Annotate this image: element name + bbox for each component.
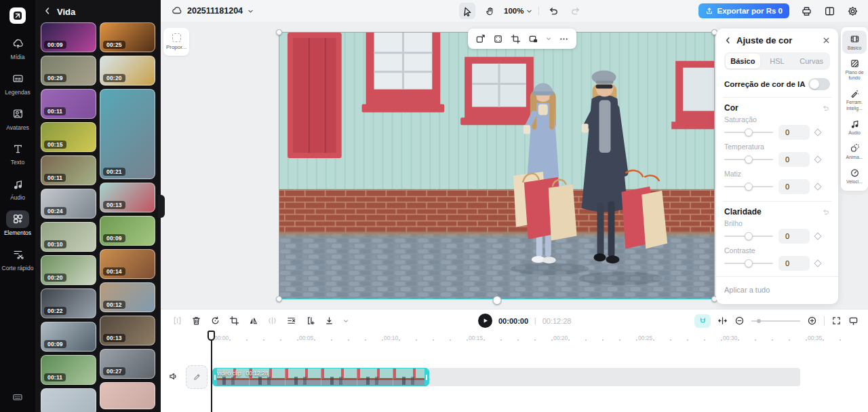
replace-media-icon[interactable]	[475, 34, 486, 44]
mirror-flip-icon[interactable]	[248, 316, 258, 326]
remove-gaps-icon[interactable]	[286, 316, 296, 326]
sidebar-item-texto[interactable]: Texto	[1, 140, 34, 166]
media-thumbnail[interactable]: 00:13	[100, 316, 155, 345]
media-thumbnail[interactable]: 00:27	[100, 349, 155, 379]
sidebar-item-avatares[interactable]: Avatares	[1, 105, 34, 132]
adjust-frame-icon[interactable]	[493, 34, 503, 44]
zoom-level-dropdown[interactable]: 100%	[504, 7, 532, 15]
hand-tool-button[interactable]	[481, 3, 498, 19]
apply-to-all-button[interactable]: Aplicar a tudo	[724, 286, 770, 294]
video-canvas[interactable]	[279, 32, 715, 299]
app-logo[interactable]	[9, 7, 26, 24]
keyframe-diamond-icon[interactable]	[814, 128, 821, 136]
project-title[interactable]: 202511181204	[172, 5, 254, 16]
media-thumbnail[interactable]: 00:29	[41, 56, 96, 86]
media-thumbnail[interactable]: 00:09	[41, 22, 96, 52]
playhead[interactable]	[207, 331, 216, 412]
keyframe-diamond-icon[interactable]	[814, 259, 821, 267]
clip-trim-right-handle[interactable]	[425, 369, 429, 386]
tab-hsl[interactable]: HSL	[760, 54, 795, 69]
export-button[interactable]: Exportar por Rs 0	[698, 3, 790, 18]
contraste-value[interactable]: 0	[778, 256, 810, 271]
snap-magnet-icon[interactable]	[694, 314, 711, 328]
edit-cover-button[interactable]	[186, 365, 208, 389]
rail-item-plano-de-fundo[interactable]: Plano de fundo	[842, 55, 867, 83]
temperatura-value[interactable]: 0	[778, 152, 810, 167]
saturacao-value[interactable]: 0	[778, 125, 810, 140]
crop-icon[interactable]	[229, 316, 239, 326]
resize-handle-top-left[interactable]	[276, 29, 282, 35]
matiz-slider[interactable]	[724, 183, 773, 191]
saturacao-slider[interactable]	[724, 128, 773, 136]
close-icon[interactable]	[823, 37, 830, 44]
rail-item-audio[interactable]: Áudio	[842, 115, 867, 138]
media-thumbnail[interactable]: 00:21	[100, 89, 155, 179]
reset-icon[interactable]	[822, 208, 830, 216]
rotate-icon[interactable]	[210, 316, 220, 326]
keyframe-diamond-icon[interactable]	[814, 232, 821, 240]
media-thumbnail[interactable]: 00:15	[41, 122, 96, 152]
rotate-handle[interactable]	[492, 296, 501, 305]
overlay-pip-icon[interactable]	[528, 34, 538, 44]
fit-timeline-icon[interactable]	[717, 316, 728, 326]
printer-icon[interactable]	[801, 5, 812, 17]
track-mute-icon[interactable]	[168, 371, 178, 384]
keyframe-diamond-icon[interactable]	[814, 183, 821, 190]
media-thumbnail[interactable]: 00:20	[41, 255, 96, 285]
media-thumbnail[interactable]: 00:13	[100, 183, 155, 212]
play-button[interactable]	[478, 314, 492, 328]
media-thumbnail[interactable]: 00:22	[41, 288, 96, 318]
redo-button[interactable]	[568, 3, 584, 19]
media-thumbnail[interactable]: 00:09	[41, 322, 96, 352]
split-icon[interactable]	[172, 316, 182, 326]
media-thumbnail[interactable]: 00:20	[100, 56, 155, 86]
download-icon[interactable]	[324, 316, 334, 326]
timeline-zoom-slider[interactable]	[751, 318, 800, 324]
delete-icon[interactable]	[191, 316, 201, 326]
playhead-handle[interactable]	[208, 331, 215, 341]
tab-básico[interactable]: Básico	[726, 54, 760, 69]
settings-gear-icon[interactable]	[847, 5, 859, 17]
preview-display-icon[interactable]	[848, 316, 859, 326]
brilho-value[interactable]: 0	[778, 229, 810, 244]
media-thumbnail[interactable]: 00:25	[100, 22, 155, 52]
fullscreen-icon[interactable]	[831, 316, 842, 326]
split-keep-icon[interactable]	[305, 316, 315, 326]
aspect-ratio-button[interactable]: Propor...	[163, 28, 189, 56]
crop-icon[interactable]	[511, 34, 521, 44]
media-thumbnail[interactable]: 00:11	[41, 355, 96, 385]
back-chevron-icon[interactable]	[43, 7, 52, 17]
reset-icon[interactable]	[822, 104, 830, 112]
sidebar-item-corte-rapido[interactable]: Corte rápido	[1, 246, 34, 272]
media-thumbnail[interactable]: 00:24	[41, 189, 96, 219]
zoom-in-icon[interactable]	[807, 316, 817, 326]
media-thumbnail[interactable]: 00:12	[100, 282, 155, 312]
media-thumbnail[interactable]	[100, 382, 155, 409]
timeline-ruler[interactable]: 00:0000:0500:1000:1500:2000:2500:3000:35	[161, 332, 868, 347]
freeze-frame-icon[interactable]	[267, 316, 277, 326]
rail-item-basico[interactable]: Básico	[842, 31, 867, 54]
media-thumbnail[interactable]	[41, 388, 96, 412]
brilho-slider[interactable]	[724, 232, 773, 240]
media-thumbnail[interactable]: 00:11	[41, 89, 96, 119]
sidebar-item-legendas[interactable]: Legendas	[1, 70, 34, 96]
contraste-slider[interactable]	[724, 259, 773, 267]
sidebar-item-audio[interactable]: Áudio	[1, 175, 34, 202]
keyframe-diamond-icon[interactable]	[814, 155, 821, 163]
panel-collapse-handle[interactable]	[158, 195, 165, 218]
panel-back-icon[interactable]	[724, 37, 732, 44]
sidebar-item-midia[interactable]: Mídia	[1, 35, 34, 61]
matiz-value[interactable]: 0	[778, 179, 810, 194]
layout-panels-icon[interactable]	[824, 5, 835, 17]
sidebar-item-elementos[interactable]: Elementos	[1, 210, 34, 237]
resize-handle-bottom-left[interactable]	[276, 296, 282, 302]
media-thumbnail[interactable]: 00:11	[41, 155, 96, 185]
timeline-clip[interactable]: video clip 00:12:28	[212, 368, 429, 386]
rail-item-ferramentas-inteligentes[interactable]: Ferram. intelig...	[842, 85, 867, 113]
zoom-out-icon[interactable]	[734, 316, 745, 326]
ai-color-correction-toggle[interactable]	[808, 78, 830, 90]
chevron-down-icon[interactable]	[343, 318, 349, 324]
select-tool-button[interactable]	[459, 3, 475, 19]
undo-button[interactable]	[545, 3, 561, 19]
media-thumbnail[interactable]: 00:10	[41, 222, 96, 252]
